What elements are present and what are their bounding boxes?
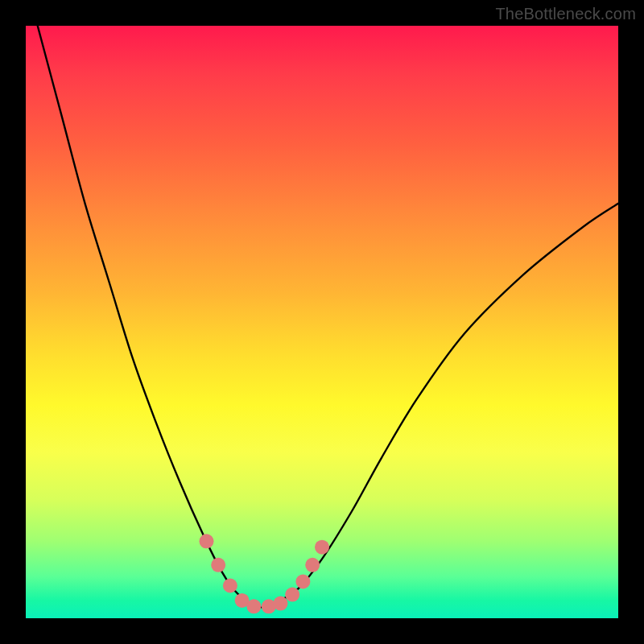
curve-marker [223, 579, 237, 593]
plot-area [26, 26, 618, 618]
curve-marker [285, 588, 299, 602]
attribution-text: TheBottleneck.com [495, 5, 636, 23]
chart-frame: TheBottleneck.com [0, 0, 644, 644]
marker-layer [200, 534, 330, 613]
curve-marker [200, 534, 214, 548]
curve-marker [305, 558, 320, 572]
curve-marker [274, 597, 288, 611]
curve-marker [246, 599, 261, 613]
curve-marker [315, 540, 329, 555]
curve-marker [295, 574, 310, 588]
bottleneck-curve [38, 26, 618, 607]
curve-layer [26, 26, 618, 618]
curve-marker [211, 558, 225, 572]
